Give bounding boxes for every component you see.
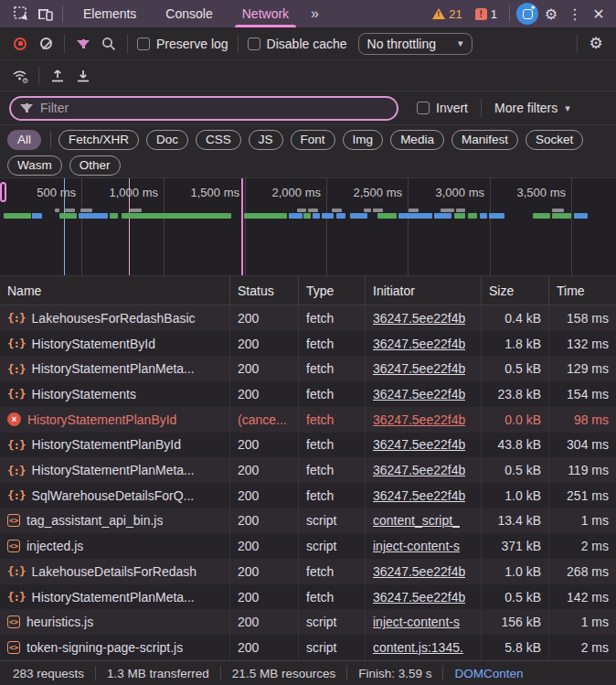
chip-socket[interactable]: Socket (526, 130, 583, 150)
table-row[interactable]: <>tag_assistant_api_bin.js200scriptconte… (0, 508, 616, 534)
filter-row: Filter Invert More filters ▾ (0, 91, 616, 125)
request-name: HistoryStatementPlanById (32, 437, 181, 452)
network-overview[interactable]: 500 ms1,000 ms1,500 ms2,000 ms2,500 ms3,… (0, 178, 616, 276)
kebab-menu-icon[interactable]: ⋮ (563, 2, 587, 26)
table-row[interactable]: {:}HistoryStatementPlanById200fetch36247… (0, 433, 616, 458)
export-har-icon[interactable] (70, 64, 96, 88)
import-har-icon[interactable] (45, 64, 70, 88)
table-row[interactable]: <>token-signing-page-script.js200scriptc… (0, 635, 616, 660)
settings-gear-icon[interactable]: ⚙ (539, 2, 563, 26)
chip-css[interactable]: CSS (196, 130, 241, 150)
checkbox[interactable] (248, 37, 260, 50)
initiator-link[interactable]: 36247.5ee22f4b (373, 564, 465, 579)
more-tabs-button[interactable]: » (303, 5, 326, 22)
fetch-icon: {:} (7, 590, 26, 604)
initiator-link[interactable]: 36247.5ee22f4b (373, 488, 465, 503)
table-row[interactable]: {:}HistoryStatements200fetch36247.5ee22f… (0, 381, 616, 407)
initiator-link[interactable]: inject-content-s (373, 615, 460, 629)
chip-all[interactable]: All (7, 130, 41, 150)
request-time: 304 ms (549, 433, 616, 458)
initiator-link[interactable]: 36247.5ee22f4b (373, 437, 465, 452)
chip-manifest[interactable]: Manifest (451, 130, 518, 150)
chip-font[interactable]: Font (291, 130, 335, 150)
disable-cache-checkbox[interactable]: Disable cache (244, 37, 351, 51)
issues-badge[interactable]: ! 1 (475, 7, 497, 21)
column-header-initiator[interactable]: Initiator (366, 276, 482, 305)
invert-checkbox[interactable]: Invert (413, 101, 472, 115)
script-icon: <> (7, 641, 20, 654)
column-header-name[interactable]: Name (0, 276, 230, 305)
search-icon[interactable] (96, 32, 122, 56)
record-network-log-button[interactable] (7, 32, 33, 56)
network-conditions-icon[interactable]: ⚙ (7, 64, 33, 88)
script-icon: <> (7, 514, 20, 527)
request-size: 0.0 kB (482, 407, 549, 433)
overview-request-bar (322, 213, 334, 219)
more-filters-button[interactable]: More filters ▾ (491, 101, 574, 115)
initiator-link[interactable]: 36247.5ee22f4b (373, 337, 465, 351)
checkbox[interactable] (417, 102, 430, 114)
chip-media[interactable]: Media (390, 130, 444, 150)
network-settings-gear-icon[interactable]: ⚙ (583, 32, 609, 56)
initiator-link[interactable]: 36247.5ee22f4b (373, 311, 465, 326)
chip-other[interactable]: Other (69, 155, 121, 176)
column-header-status[interactable]: Status (230, 276, 299, 305)
initiator-link[interactable]: inject-content-s (373, 539, 460, 553)
throttling-select[interactable]: No throttling ▾ (358, 33, 473, 55)
chip-fetch-xhr[interactable]: Fetch/XHR (58, 130, 139, 150)
chip-wasm[interactable]: Wasm (7, 155, 62, 176)
request-time: 1 ms (549, 508, 616, 534)
table-row[interactable]: <>heuristics.js200scriptinject-content-s… (0, 609, 616, 635)
chip-img[interactable]: Img (343, 130, 384, 150)
table-row[interactable]: {:}LakehousesForRedashBasic200fetch36247… (0, 305, 616, 331)
event-line-DOMContentLoaded (64, 178, 65, 275)
overview-request-bar (4, 213, 31, 219)
tab-elements[interactable]: Elements (69, 0, 151, 27)
overview-request-bar (480, 213, 487, 219)
initiator-link[interactable]: 36247.5ee22f4b (373, 463, 465, 477)
overview-request-bar (336, 213, 345, 219)
request-status: 200 (230, 305, 299, 331)
filter-input[interactable]: Filter (9, 96, 398, 121)
column-header-time[interactable]: Time (549, 276, 616, 305)
table-row[interactable]: {:}HistoryStatementPlanMeta...200fetch36… (0, 356, 616, 381)
initiator-link[interactable]: 36247.5ee22f4b (373, 412, 465, 427)
initiator-link[interactable]: content.js:1345. (373, 640, 463, 655)
table-row[interactable]: {:}HistoryStatementById200fetch36247.5ee… (0, 331, 616, 357)
request-type: script (299, 635, 366, 660)
table-row[interactable]: {:}SqlWarehouseDetailsForQ...200fetch362… (0, 483, 616, 508)
console-warnings-badge[interactable]: 21 (432, 7, 462, 21)
initiator-link[interactable]: 36247.5ee22f4b (373, 387, 465, 401)
request-time: 129 ms (549, 356, 616, 381)
table-row[interactable]: <>injected.js200scriptinject-content-s37… (0, 533, 616, 559)
column-header-type[interactable]: Type (299, 276, 366, 305)
table-row[interactable]: {:}LakehouseDetailsForRedash200fetch3624… (0, 559, 616, 584)
table-row[interactable]: {:}HistoryStatementPlanMeta...200fetch36… (0, 584, 616, 610)
filter-toggle-icon[interactable] (70, 32, 96, 56)
request-type: fetch (299, 559, 366, 584)
table-row[interactable]: {:}HistoryStatementPlanMeta...200fetch36… (0, 457, 616, 483)
divider (62, 5, 63, 22)
request-name: HistoryStatements (32, 387, 136, 401)
chip-js[interactable]: JS (249, 130, 283, 150)
column-header-size[interactable]: Size (482, 276, 549, 305)
initiator-link[interactable]: 36247.5ee22f4b (373, 590, 465, 605)
request-name: tag_assistant_api_bin.js (27, 513, 163, 528)
initiator-link[interactable]: 36247.5ee22f4b (373, 361, 465, 376)
initiator-link[interactable]: content_script_ (373, 513, 460, 528)
chip-doc[interactable]: Doc (146, 130, 188, 150)
tab-network[interactable]: Network (228, 0, 303, 27)
inspect-element-icon[interactable] (9, 2, 33, 26)
ai-assistance-icon[interactable] (515, 2, 539, 26)
overview-grip-handle[interactable] (0, 182, 6, 202)
checkbox[interactable] (137, 37, 150, 50)
table-row[interactable]: ×HistoryStatementPlanById(cance...fetch3… (0, 407, 616, 433)
tab-console[interactable]: Console (151, 0, 227, 27)
clear-network-log-button[interactable] (33, 32, 58, 56)
tick-label: 2,500 ms (354, 186, 402, 199)
divider (50, 132, 51, 148)
overview-queue-bar (55, 209, 59, 212)
preserve-log-checkbox[interactable]: Preserve log (133, 37, 232, 51)
device-toolbar-icon[interactable] (33, 2, 57, 26)
close-devtools-icon[interactable]: ✕ (587, 2, 611, 26)
